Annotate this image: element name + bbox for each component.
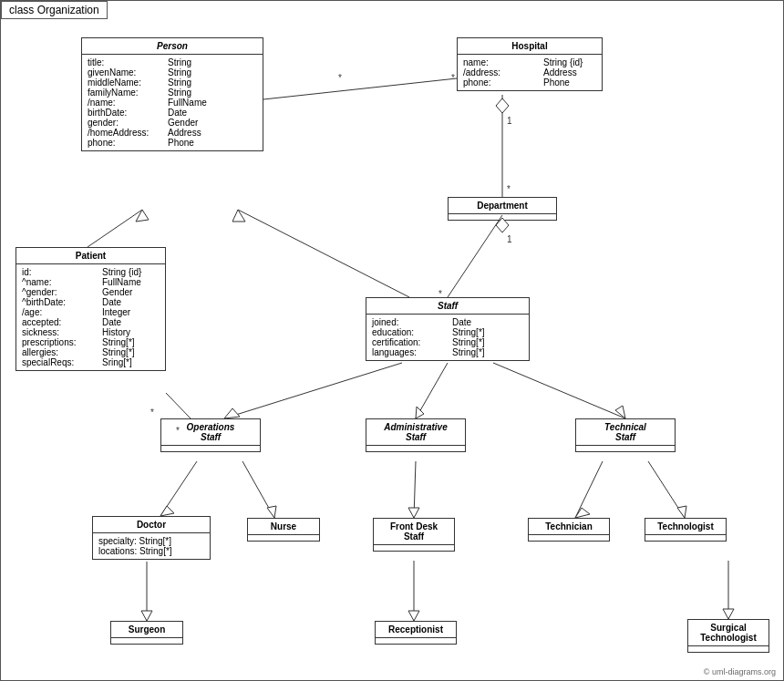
svg-marker-18 [416, 407, 424, 418]
class-surgical-technologist-attrs [688, 646, 769, 652]
class-receptionist-name: Receptionist [376, 622, 456, 638]
class-person-name: Person [82, 38, 263, 55]
svg-marker-30 [677, 506, 686, 518]
svg-line-13 [238, 210, 409, 297]
class-patient-attrs: id:String {id} ^name:FullName ^gender:Ge… [16, 264, 165, 370]
svg-line-19 [493, 363, 625, 418]
class-technologist-name: Technologist [645, 519, 726, 535]
class-nurse-attrs [248, 535, 319, 541]
diagram-title: class Organization [1, 1, 108, 19]
class-department-attrs [449, 214, 556, 220]
svg-line-17 [416, 363, 448, 418]
svg-text:*: * [507, 184, 511, 194]
class-administrative-staff-name: AdministrativeStaff [366, 419, 465, 446]
class-nurse: Nurse [247, 518, 320, 542]
svg-marker-14 [232, 210, 245, 222]
class-operations-staff: OperationsStaff [160, 418, 261, 452]
svg-marker-22 [160, 506, 174, 516]
class-surgeon-name: Surgeon [111, 622, 182, 638]
svg-marker-26 [408, 508, 419, 518]
class-person-attrs: title:String givenName:String middleName… [82, 55, 263, 150]
svg-text:1: 1 [507, 234, 512, 244]
class-hospital-name: Hospital [458, 38, 602, 55]
svg-marker-6 [496, 98, 509, 113]
svg-marker-4 [136, 210, 149, 222]
class-technical-staff-name: TechnicalStaff [576, 419, 675, 446]
class-administrative-staff-attrs [366, 446, 465, 451]
svg-text:*: * [451, 73, 455, 83]
class-surgeon-attrs [111, 638, 182, 644]
class-receptionist: Receptionist [375, 621, 457, 645]
class-technician: Technician [528, 518, 610, 542]
class-operations-staff-name: OperationsStaff [161, 419, 260, 446]
svg-marker-16 [224, 408, 240, 418]
svg-line-15 [224, 363, 402, 418]
class-front-desk-staff-name: Front DeskStaff [374, 519, 454, 545]
class-hospital-attrs: name:String {id} /address:Address phone:… [458, 55, 602, 90]
class-person: Person title:String givenName:String mid… [81, 37, 263, 151]
class-surgeon: Surgeon [110, 621, 183, 645]
class-patient: Patient id:String {id} ^name:FullName ^g… [15, 247, 166, 371]
class-surgical-technologist: SurgicalTechnologist [687, 619, 769, 653]
class-hospital: Hospital name:String {id} /address:Addre… [457, 37, 603, 91]
svg-line-25 [414, 461, 416, 518]
class-doctor-name: Doctor [93, 517, 210, 533]
copyright: © uml-diagrams.org [704, 667, 776, 676]
class-technologist-attrs [645, 535, 726, 541]
svg-line-27 [575, 461, 603, 518]
svg-line-0 [263, 78, 457, 99]
class-technical-staff-attrs [576, 446, 675, 451]
class-front-desk-staff: Front DeskStaff [373, 518, 455, 552]
svg-line-29 [648, 461, 685, 518]
svg-line-21 [160, 461, 197, 516]
svg-text:*: * [338, 73, 342, 83]
svg-marker-24 [267, 506, 276, 518]
class-doctor: Doctor specialty: String[*] locations: S… [92, 516, 211, 560]
class-staff-attrs: joined:Date education:String[*] certific… [366, 315, 529, 360]
class-administrative-staff: AdministrativeStaff [366, 418, 466, 452]
class-surgical-technologist-name: SurgicalTechnologist [688, 620, 769, 646]
class-nurse-name: Nurse [248, 519, 319, 535]
svg-marker-20 [615, 406, 625, 418]
class-department-name: Department [449, 198, 556, 214]
svg-line-23 [242, 461, 274, 518]
svg-marker-32 [141, 611, 152, 621]
svg-line-3 [88, 210, 142, 247]
class-patient-name: Patient [16, 248, 165, 264]
class-technician-name: Technician [529, 519, 609, 535]
class-operations-staff-attrs [161, 446, 260, 451]
class-doctor-attrs: specialty: String[*] locations: String[*… [93, 533, 210, 559]
class-receptionist-attrs [376, 638, 456, 644]
class-front-desk-staff-attrs [374, 545, 454, 551]
svg-marker-36 [723, 609, 734, 619]
class-staff-name: Staff [366, 298, 529, 315]
svg-text:*: * [150, 408, 154, 418]
svg-line-37 [166, 393, 191, 418]
svg-marker-34 [408, 611, 419, 621]
class-department: Department [448, 197, 557, 221]
svg-text:1: 1 [507, 116, 512, 126]
class-staff: Staff joined:Date education:String[*] ce… [366, 297, 530, 361]
class-technical-staff: TechnicalStaff [575, 418, 676, 452]
diagram-container: class Organization Person title:String g… [0, 0, 784, 681]
class-technologist: Technologist [645, 518, 727, 542]
class-technician-attrs [529, 535, 609, 541]
svg-marker-28 [575, 508, 590, 518]
svg-line-9 [448, 215, 502, 297]
